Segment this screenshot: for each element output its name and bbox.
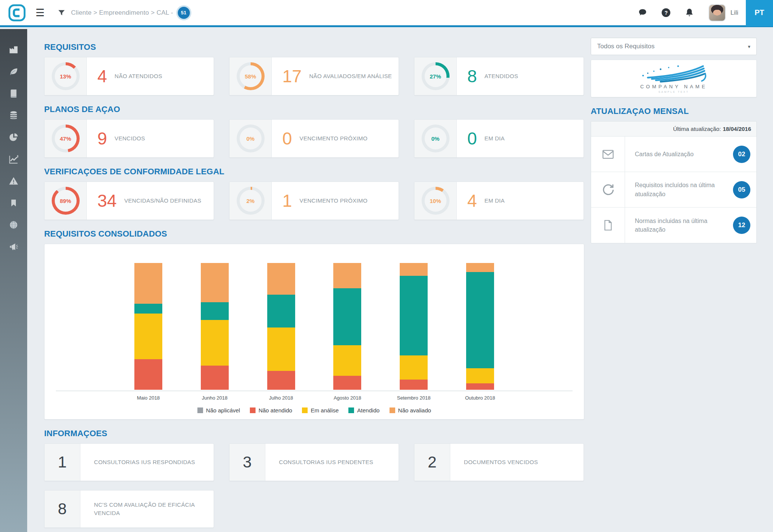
legend-swatch [302,407,308,413]
card-nao-avaliados[interactable]: 58% 17NÃO AVALIADOS/EM ANÁLISE [229,57,399,95]
section-title-verificacoes: VERIFICAÇOES DE CONFORMIDADE LEGAL [44,167,584,177]
bar-segment [333,345,361,376]
stat-value: 4 [97,66,107,86]
section-title-informacoes: INFORMAÇOES [44,429,584,438]
card-consultorias-respondidas[interactable]: 1 CONSULTORIAS IUS RESPONDIDAS [44,443,214,481]
language-button[interactable]: PT [746,0,773,26]
navbar-right: ? Lili PT [638,0,773,26]
bar-segment [466,263,494,272]
card-vencimento-proximo-verif[interactable]: 2% 1VENCIMENTO PRÓXIMO [229,181,399,220]
bar-segment [400,263,428,276]
info-label: NC'S COM AVALIAÇÃO DE EFICÁCIA VENCIDA [94,501,206,518]
informacoes-row-1: 1 CONSULTORIAS IUS RESPONDIDAS 3 CONSULT… [44,443,584,481]
megaphone-icon [9,242,18,252]
sidebar-item-environment[interactable] [0,61,27,83]
sidebar-item-bookmarks[interactable] [0,192,27,214]
sidebar-item-indicators[interactable] [0,148,27,170]
ring-percent: 10% [430,198,441,204]
app-logo-icon[interactable] [8,4,26,22]
card-em-dia-verif[interactable]: 10% 4EM DIA [414,181,584,220]
ring-percent: 0% [431,135,440,142]
bar-segment [201,320,229,366]
avatar[interactable] [708,4,726,22]
card-nao-atendidos[interactable]: 13% 4NÃO ATENDIDOS [44,57,214,95]
stat-value: 4 [467,191,477,211]
legend-swatch [390,407,395,413]
sidebar-item-alerts[interactable] [0,170,27,192]
help-icon[interactable]: ? [662,8,670,17]
company-logo-swoosh [634,64,713,83]
donut-ring: 47% [52,125,80,152]
last-update-label: Última atualização: [673,126,721,132]
bar-segment [333,376,361,390]
bar-segment [466,368,494,383]
info-value: 1 [58,453,66,471]
info-label: CONSULTORIAS IUS PENDENTES [279,458,373,467]
envelope-icon [601,148,615,161]
bar-segment [333,288,361,345]
sidebar-item-dashboard[interactable] [0,39,27,61]
card-em-dia-planos[interactable]: 0% 0EM DIA [414,119,584,158]
bar-segment [267,295,295,328]
info-value: 8 [58,500,66,518]
sidebar [0,29,27,532]
bar-segment [201,302,229,320]
x-axis-label: Maio 2018 [120,395,177,401]
card-vencidos[interactable]: 47% 9VENCIDOS [44,119,214,158]
x-axis-label: Setembro 2018 [385,395,442,401]
sidebar-item-library[interactable] [0,83,27,105]
breadcrumb-count-badge: 51 [178,7,190,19]
stat-value: 8 [467,66,477,86]
stat-label: NÃO AVALIADOS/EM ANÁLISE [309,72,397,80]
card-documentos-vencidos[interactable]: 2 DOCUMENTOS VENCIDOS [414,443,584,481]
document-icon [602,219,614,232]
card-atendidos[interactable]: 27% 8ATENDIDOS [414,57,584,95]
factory-chart-icon [8,45,19,55]
legend-swatch [197,407,203,413]
stat-label: ATENDIDOS [485,72,524,80]
row-requisitos-incluidos[interactable]: Requisitos incluídos na última atualizaç… [591,172,756,208]
sidebar-item-announcements[interactable] [0,236,27,258]
line-chart-icon [8,154,19,165]
chat-icon[interactable] [638,8,647,17]
card-vencimento-proximo-planos[interactable]: 0% 0VENCIMENTO PRÓXIMO [229,119,399,158]
requisitos-filter-select[interactable]: Todos os Requisitos ▾ [591,38,757,55]
sidebar-item-database[interactable] [0,105,27,126]
sidebar-item-reports[interactable] [0,126,27,148]
notifications-bell-icon[interactable] [685,8,694,17]
bar-slot [120,263,177,390]
warning-triangle-icon [8,176,19,186]
card-vencidas-nao-definidas[interactable]: 89% 34VENCIDAS/NÃO DEFINIDAS [44,181,214,220]
stat-value: 1 [282,191,292,211]
info-value: 3 [243,453,251,471]
stat-value: 34 [97,191,117,211]
bar-segment [201,263,229,302]
menu-icon[interactable]: ☰ [35,7,45,19]
stat-label: EM DIA [485,197,510,205]
company-logo-card: COMPANY NAME SAMPLE TEXT [591,60,757,97]
stacked-bar-chart: Maio 2018Junho 2018Julho 2018Agosto 2018… [44,244,584,420]
legend-item: Atendido [348,407,379,414]
legend-label: Em análise [311,407,339,414]
atualizacao-panel: Última atualização: 18/04/2016 Cartas de… [591,121,757,243]
breadcrumb[interactable]: Cliente > Empreendimento > CAL - [71,9,173,17]
pie-chart-icon [9,132,18,142]
donut-ring: 10% [422,187,450,215]
row-cartas-atualizacao[interactable]: Cartas de Atualização 02 [591,137,756,172]
x-axis-label: Outubro 2018 [452,395,508,401]
filter-icon[interactable] [57,9,66,17]
stat-label: EM DIA [485,134,510,143]
bar-slot [385,263,442,390]
info-label: DOCUMENTOS VENCIDOS [464,458,538,467]
card-ncs-eficacia-vencida[interactable]: 8 NC'S COM AVALIAÇÃO DE EFICÁCIA VENCIDA [44,490,214,528]
legend-label: Não atendido [259,407,292,414]
ring-percent: 0% [246,135,255,142]
bar-slot [253,263,310,390]
refresh-icon [601,183,615,197]
card-consultorias-pendentes[interactable]: 3 CONSULTORIAS IUS PENDENTES [229,443,399,481]
legend-item: Não atendido [250,407,292,414]
bar-segment [466,383,494,390]
sidebar-item-web[interactable] [0,214,27,236]
x-axis-label: Agosto 2018 [319,395,376,401]
row-normas-incluidas[interactable]: Normas incluidas na última atualização 1… [591,208,756,243]
